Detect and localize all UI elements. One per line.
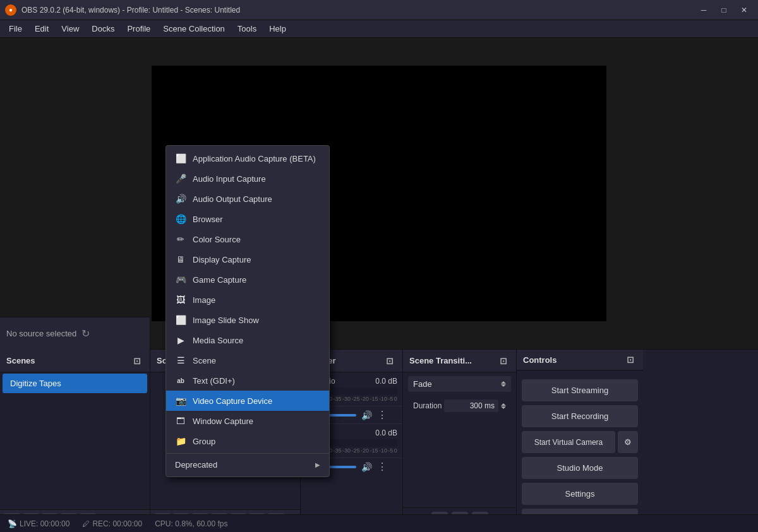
transitions-panel-title: Scene Transiti... — [409, 356, 472, 365]
ctx-color-source[interactable]: ✏ Color Source — [166, 229, 329, 249]
statusbar: 📡 LIVE: 00:00:00 🖊 REC: 00:00:00 CPU: 0.… — [0, 514, 758, 532]
ctx-audio-output-capture[interactable]: 🔊 Audio Output Capture — [166, 189, 329, 209]
transition-type-select[interactable]: Fade — [408, 376, 511, 392]
menu-tools[interactable]: Tools — [231, 21, 263, 36]
ctx-separator — [166, 453, 329, 454]
menu-file[interactable]: File — [3, 21, 28, 36]
virtual-camera-settings-button[interactable]: ⚙ — [618, 431, 638, 453]
scenes-panel-title: Scenes — [6, 356, 35, 365]
context-menu: ⬜ Application Audio Capture (BETA) 🎤 Aud… — [165, 145, 330, 477]
ctx-image-slide-show[interactable]: ⬜ Image Slide Show — [166, 310, 329, 330]
status-cpu: CPU: 0.8%, 60.00 fps — [155, 519, 227, 528]
image-icon: 🖼 — [175, 294, 186, 305]
scenes-panel: Scenes ⊡ Digitize Tapes + 🗑 ⊡ ∧ ∨ — [0, 350, 150, 532]
ctx-window-capture[interactable]: 🗔 Window Capture — [166, 411, 329, 431]
controls-expand-icon[interactable]: ⊡ — [624, 353, 637, 366]
transitions-panel: Scene Transiti... ⊡ Fade Duration — [403, 350, 517, 532]
scene-item-digitize-tapes[interactable]: Digitize Tapes — [3, 374, 147, 393]
start-recording-button[interactable]: Start Recording — [522, 405, 638, 427]
scenes-panel-header: Scenes ⊡ — [0, 350, 150, 372]
ctx-app-audio-capture[interactable]: ⬜ Application Audio Capture (BETA) — [166, 148, 329, 168]
menu-profile[interactable]: Profile — [121, 21, 157, 36]
scenes-list: Digitize Tapes — [0, 372, 150, 509]
status-rec: REC: 00:00:00 — [92, 519, 142, 528]
status-live: LIVE: 00:00:00 — [20, 519, 69, 528]
text-gdi-icon: ab — [175, 375, 186, 386]
bottom-panels: No source selected ↻ Scenes ⊡ Digitize T… — [0, 349, 758, 532]
obs-icon: ● — [5, 4, 16, 16]
ctx-media-source[interactable]: ▶ Media Source — [166, 330, 329, 350]
audio-input-icon: 🎤 — [175, 173, 186, 184]
channel-2-more[interactable]: ⋮ — [377, 461, 387, 473]
duration-value: 300 ms — [444, 399, 498, 412]
window-capture-icon: 🗔 — [175, 415, 186, 427]
preview-area[interactable] — [0, 38, 758, 349]
status-network: 📡 LIVE: 00:00:00 — [8, 519, 69, 528]
transition-type-value: Fade — [413, 379, 432, 389]
ctx-game-capture[interactable]: 🎮 Game Capture — [166, 269, 329, 290]
titlebar: ● OBS 29.0.2 (64-bit, windows) - Profile… — [0, 0, 758, 20]
menu-help[interactable]: Help — [263, 21, 292, 36]
studio-mode-button[interactable]: Studio Mode — [522, 457, 638, 479]
ctx-text-gdi[interactable]: ab Text (GDI+) — [166, 370, 329, 391]
duration-control: 300 ms — [444, 399, 506, 412]
virtual-camera-row: Start Virtual Camera ⚙ — [522, 431, 638, 453]
game-capture-icon: 🎮 — [175, 274, 186, 285]
video-capture-device-icon: 📷 — [175, 395, 186, 406]
status-cpu-text: CPU: 0.8%, 60.00 fps — [155, 519, 227, 528]
browser-icon: 🌐 — [175, 213, 186, 225]
transitions-header-icons: ⊡ — [497, 355, 510, 367]
channel-1-db: 0.0 dB — [369, 377, 397, 386]
transitions-panel-header: Scene Transiti... ⊡ — [403, 350, 516, 372]
channel-1-mute[interactable]: 🔊 — [361, 410, 372, 420]
channel-2-db: 0.0 dB — [369, 429, 397, 437]
scenes-expand-icon[interactable]: ⊡ — [131, 355, 143, 367]
ctx-image[interactable]: 🖼 Image — [166, 290, 329, 310]
ctx-browser[interactable]: 🌐 Browser — [166, 209, 329, 229]
start-virtual-camera-button[interactable]: Start Virtual Camera — [522, 431, 615, 453]
app-audio-capture-icon: ⬜ — [175, 153, 186, 164]
status-recording: 🖊 REC: 00:00:00 — [82, 519, 142, 528]
menu-scene-collection[interactable]: Scene Collection — [157, 21, 231, 36]
audio-output-icon: 🔊 — [175, 193, 186, 204]
transitions-content: Fade Duration 300 ms — [403, 372, 516, 418]
ctx-video-capture-device[interactable]: 📷 Video Capture Device — [166, 391, 329, 411]
ctx-scene[interactable]: ☰ Scene — [166, 350, 329, 370]
channel-2-mute[interactable]: 🔊 — [361, 462, 372, 472]
main-content: No source selected ↻ Scenes ⊡ Digitize T… — [0, 38, 758, 532]
transitions-expand-icon[interactable]: ⊡ — [497, 355, 510, 367]
ctx-deprecated[interactable]: Deprecated ▶ — [166, 456, 329, 474]
mixer-expand-icon[interactable]: ⊡ — [383, 355, 396, 367]
group-icon: 📁 — [175, 435, 186, 447]
image-slideshow-icon: ⬜ — [175, 314, 186, 326]
duration-row: Duration 300 ms — [408, 397, 511, 415]
close-button[interactable]: ✕ — [735, 3, 753, 17]
display-capture-icon: 🖥 — [175, 254, 186, 265]
window-controls: ─ □ ✕ — [695, 3, 753, 17]
channel-1-more[interactable]: ⋮ — [377, 409, 387, 421]
menu-edit[interactable]: Edit — [28, 21, 55, 36]
menu-view[interactable]: View — [55, 21, 85, 36]
duration-label: Duration — [413, 401, 442, 410]
no-source-bar: No source selected ↻ — [0, 317, 150, 350]
maximize-button[interactable]: □ — [715, 3, 733, 17]
controls-panel-title: Controls — [523, 355, 556, 365]
ctx-group[interactable]: 📁 Group — [166, 431, 329, 451]
refresh-icon[interactable]: ↻ — [81, 328, 90, 340]
menubar: File Edit View Docks Profile Scene Colle… — [0, 20, 758, 38]
no-source-text: No source selected — [6, 329, 76, 338]
minimize-button[interactable]: ─ — [695, 3, 713, 17]
scenes-header-icons: ⊡ — [131, 355, 143, 367]
ctx-display-capture[interactable]: 🖥 Display Capture — [166, 249, 329, 269]
controls-header-icons: ⊡ — [624, 353, 637, 366]
menu-docks[interactable]: Docks — [85, 21, 121, 36]
settings-button[interactable]: Settings — [522, 483, 638, 505]
mixer-header-icons: ⊡ — [383, 355, 396, 367]
start-streaming-button[interactable]: Start Streaming — [522, 379, 638, 401]
title-text: OBS 29.0.2 (64-bit, windows) - Profile: … — [21, 6, 695, 15]
color-source-icon: ✏ — [175, 233, 186, 245]
scene-icon: ☰ — [175, 355, 186, 366]
select-arrow-icon — [501, 381, 506, 387]
ctx-audio-input-capture[interactable]: 🎤 Audio Input Capture — [166, 168, 329, 189]
ctx-deprecated-label: Deprecated — [175, 460, 217, 470]
